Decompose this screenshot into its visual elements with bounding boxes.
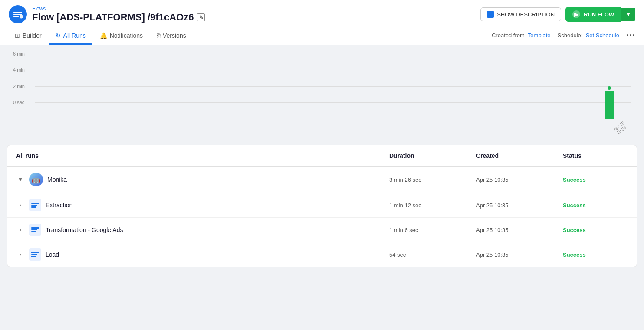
more-options-button[interactable]: ···: [626, 31, 635, 40]
expand-extraction-button[interactable]: ›: [16, 202, 25, 208]
row-left-extraction: › Extraction: [16, 199, 389, 211]
bar-fill: [605, 91, 614, 119]
svg-rect-1: [13, 14, 22, 15]
duration-load: 54 sec: [389, 252, 476, 258]
created-load: Apr 25 10:35: [476, 252, 563, 258]
tab-versions[interactable]: ⎘ Versions: [151, 28, 192, 45]
status-transformation: Success: [563, 227, 628, 233]
bar-item: [605, 86, 614, 119]
expand-transformation-button[interactable]: ›: [16, 227, 25, 233]
step-icon-load: [29, 248, 41, 261]
breadcrumb[interactable]: Flows: [32, 6, 205, 12]
svg-point-3: [20, 15, 23, 19]
col-header-status: Status: [563, 152, 628, 159]
expand-load-button[interactable]: ›: [16, 252, 25, 258]
tab-notifications[interactable]: 🔔 Notifications: [94, 28, 149, 45]
table-row: › Load 54 sec Apr 25 10:35 Success: [7, 242, 637, 267]
run-flow-main[interactable]: ▶ RUN FLOW: [565, 7, 621, 22]
chart-bar-area: [35, 54, 631, 119]
run-flow-caret[interactable]: ▼: [621, 8, 635, 21]
logo: [9, 5, 27, 23]
row-left-load: › Load: [16, 248, 389, 261]
step-icon-extraction: [29, 199, 41, 211]
created-transformation: Apr 25 10:35: [476, 227, 563, 233]
chart-container: 6 min 4 min 2 min 0 sec Apr 2510:35: [13, 54, 631, 132]
play-icon: ▶: [572, 10, 580, 18]
all-runs-icon: ↻: [56, 32, 61, 39]
avatar-monika: 🤖: [29, 173, 43, 186]
x-label: Apr 2510:35: [610, 121, 622, 130]
status-extraction: Success: [563, 202, 628, 209]
description-icon: [487, 11, 494, 18]
header-top: Flows Flow [ADS-PLATFORMS] /9f1cAOz6 ✎ S…: [9, 5, 635, 28]
duration-monika: 3 min 26 sec: [389, 176, 476, 183]
page-title: Flow [ADS-PLATFORMS] /9f1cAOz6 ✎: [32, 12, 205, 23]
y-label-2min: 2 min: [13, 84, 25, 89]
tabs-right: Created from Template Schedule: Set Sche…: [492, 31, 635, 42]
bar-dot: [608, 86, 611, 90]
header-left: Flows Flow [ADS-PLATFORMS] /9f1cAOz6 ✎: [9, 5, 205, 23]
col-header-created: Created: [476, 152, 563, 159]
status-load: Success: [563, 252, 628, 258]
svg-rect-0: [13, 12, 22, 13]
col-header-runs: All runs: [16, 152, 389, 159]
row-left-monika: ▼ 🤖 Monika: [16, 173, 389, 186]
table-row: ▼ 🤖 Monika 3 min 26 sec Apr 25 10:35 Suc…: [7, 167, 637, 193]
step-icon-transformation: [29, 224, 41, 236]
edit-icon[interactable]: ✎: [197, 13, 205, 21]
builder-icon: ⊞: [15, 32, 20, 39]
created-monika: Apr 25 10:35: [476, 176, 563, 183]
expand-monika-button[interactable]: ▼: [16, 176, 25, 183]
table-header: All runs Duration Created Status: [7, 145, 637, 167]
duration-transformation: 1 min 6 sec: [389, 227, 476, 233]
show-description-button[interactable]: SHOW DESCRIPTION: [480, 7, 561, 21]
y-label-6min: 6 min: [13, 51, 25, 56]
svg-rect-2: [13, 16, 19, 17]
template-link[interactable]: Template: [528, 32, 551, 39]
notifications-icon: 🔔: [100, 32, 107, 39]
y-label-4min: 4 min: [13, 67, 25, 72]
table-row: › Extraction 1 min 12 sec Apr 25 10:35 S…: [7, 193, 637, 218]
header: Flows Flow [ADS-PLATFORMS] /9f1cAOz6 ✎ S…: [0, 0, 644, 45]
row-name-load: Load: [46, 251, 59, 258]
row-name-monika: Monika: [47, 176, 67, 183]
tabs-bar: ⊞ Builder ↻ All Runs 🔔 Notifications ⎘ V…: [9, 28, 635, 45]
versions-icon: ⎘: [157, 32, 160, 39]
row-name-extraction: Extraction: [46, 202, 72, 209]
row-left-transformation: › Transformation - Google Ads: [16, 224, 389, 236]
tab-builder[interactable]: ⊞ Builder: [9, 28, 48, 45]
table-row: › Transformation - Google Ads 1 min 6 se…: [7, 218, 637, 242]
run-flow-button[interactable]: ▶ RUN FLOW ▼: [565, 7, 635, 22]
title-group: Flows Flow [ADS-PLATFORMS] /9f1cAOz6 ✎: [32, 6, 205, 23]
col-header-duration: Duration: [389, 152, 476, 159]
set-schedule-link[interactable]: Set Schedule: [586, 32, 619, 39]
created-extraction: Apr 25 10:35: [476, 202, 563, 209]
tabs-left: ⊞ Builder ↻ All Runs 🔔 Notifications ⎘ V…: [9, 28, 192, 45]
row-name-transformation: Transformation - Google Ads: [46, 226, 123, 233]
tab-all-runs[interactable]: ↻ All Runs: [49, 28, 92, 45]
y-label-0sec: 0 sec: [13, 100, 24, 105]
runs-table: All runs Duration Created Status ▼ 🤖 Mon…: [7, 145, 637, 267]
header-actions: SHOW DESCRIPTION ▶ RUN FLOW ▼: [480, 7, 635, 22]
status-monika: Success: [563, 176, 628, 183]
chart-area: 6 min 4 min 2 min 0 sec Apr 2510:35: [0, 45, 644, 145]
duration-extraction: 1 min 12 sec: [389, 202, 476, 209]
